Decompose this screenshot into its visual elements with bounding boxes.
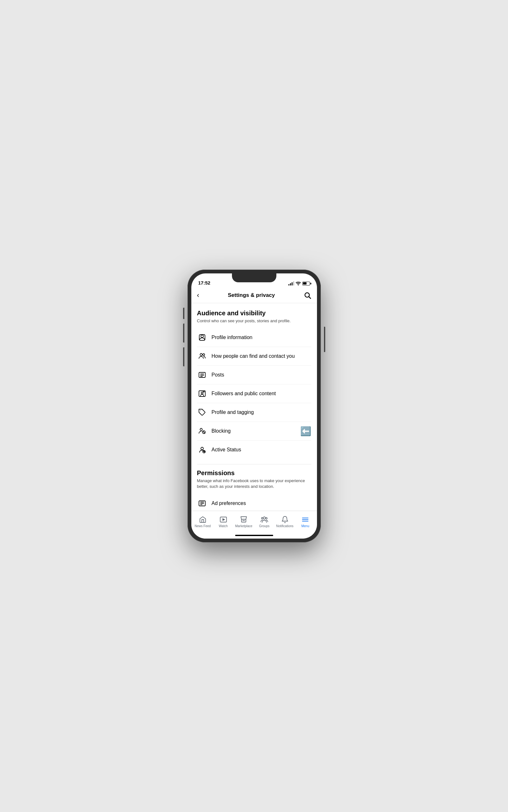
- search-button[interactable]: [304, 291, 311, 299]
- menu-item-how-people-find[interactable]: How people can find and contact you: [197, 347, 311, 366]
- svg-point-3: [201, 335, 203, 337]
- permissions-section-title: Permissions: [197, 469, 311, 477]
- svg-point-6: [203, 354, 205, 356]
- nav-label-marketplace: Marketplace: [235, 524, 252, 528]
- signal-icon: [288, 281, 294, 285]
- nav-label-news-feed: News Feed: [195, 524, 211, 528]
- home-bar: [235, 535, 273, 536]
- permissions-section: Permissions Manage what info Facebook us…: [197, 469, 311, 511]
- nav-item-watch[interactable]: Watch: [213, 515, 234, 528]
- back-arrow-emoji: ⬅️: [300, 426, 311, 437]
- svg-point-19: [201, 447, 203, 450]
- main-content: Audience and visibility Control who can …: [191, 303, 317, 511]
- svg-point-0: [298, 284, 299, 285]
- menu-label-blocking: Blocking: [212, 428, 231, 434]
- menu-item-profile-information[interactable]: Profile information: [197, 328, 311, 347]
- svg-line-2: [309, 297, 311, 299]
- menu-label-profile-information: Profile information: [212, 334, 253, 340]
- page-header: ‹ Settings & privacy: [191, 287, 317, 303]
- status-icons: [288, 281, 310, 285]
- wifi-icon: [296, 282, 301, 285]
- page-title: Settings & privacy: [228, 292, 275, 299]
- menu-item-active-status[interactable]: Active Status: [197, 441, 311, 459]
- phone-device: 17:52 ‹ Settings & privacy: [187, 270, 321, 542]
- power-button: [324, 327, 325, 352]
- menu-item-profile-tagging[interactable]: Profile and tagging: [197, 403, 311, 422]
- nav-item-groups[interactable]: Groups: [254, 515, 275, 528]
- status-time: 17:52: [198, 280, 210, 285]
- nav-label-groups: Groups: [259, 524, 269, 528]
- back-button[interactable]: ‹: [197, 291, 199, 300]
- home-indicator: [191, 532, 317, 539]
- bell-icon: [281, 515, 289, 524]
- menu-label-ad-preferences: Ad preferences: [212, 500, 246, 506]
- store-icon: [240, 515, 248, 524]
- groups-icon: [260, 515, 268, 524]
- followers-icon: [197, 389, 207, 399]
- people-icon: [197, 351, 207, 361]
- menu-item-blocking[interactable]: Blocking ⬅️: [197, 422, 311, 441]
- bottom-navigation: News Feed Watch: [191, 511, 317, 532]
- menu-label-followers: Followers and public content: [212, 391, 276, 397]
- svg-marker-44: [223, 518, 225, 521]
- menu-item-ad-preferences[interactable]: Ad preferences: [197, 494, 311, 511]
- notch: [232, 273, 277, 282]
- posts-icon: [197, 370, 207, 380]
- permissions-section-subtitle: Manage what info Facebook uses to make y…: [197, 478, 311, 489]
- menu-label-how-people-find: How people can find and contact you: [212, 353, 295, 359]
- volume-up-button: [183, 308, 184, 319]
- svg-point-5: [200, 354, 202, 356]
- active-status-icon: [197, 445, 207, 455]
- ad-icon: [197, 498, 207, 508]
- audience-section: Audience and visibility Control who can …: [197, 310, 311, 459]
- nav-label-notifications: Notifications: [276, 524, 293, 528]
- svg-point-46: [263, 517, 265, 519]
- nav-item-menu[interactable]: Menu: [295, 515, 316, 528]
- nav-label-menu: Menu: [301, 524, 309, 528]
- svg-line-18: [203, 431, 205, 433]
- menu-label-profile-tagging: Profile and tagging: [212, 409, 254, 415]
- svg-point-16: [200, 428, 202, 431]
- nav-item-marketplace[interactable]: Marketplace: [234, 515, 254, 528]
- svg-point-47: [261, 517, 263, 519]
- play-icon: [219, 515, 227, 524]
- silent-button: [183, 347, 184, 366]
- menu-item-followers[interactable]: Followers and public content: [197, 385, 311, 403]
- home-icon: [199, 515, 207, 524]
- svg-point-48: [265, 517, 267, 519]
- battery-icon: [302, 282, 310, 285]
- menu-label-active-status: Active Status: [212, 447, 241, 453]
- svg-point-12: [201, 392, 203, 394]
- menu-label-posts: Posts: [212, 372, 224, 378]
- nav-item-notifications[interactable]: Notifications: [274, 515, 295, 528]
- audience-section-title: Audience and visibility: [197, 310, 311, 317]
- audience-section-subtitle: Control who can see your posts, stories …: [197, 318, 311, 324]
- menu-icon: [301, 515, 309, 524]
- phone-screen: 17:52 ‹ Settings & privacy: [191, 273, 317, 539]
- block-icon: [197, 426, 207, 436]
- menu-item-posts[interactable]: Posts: [197, 366, 311, 385]
- tag-icon: [197, 407, 207, 417]
- nav-item-news-feed[interactable]: News Feed: [193, 515, 213, 528]
- section-divider: [197, 464, 311, 464]
- volume-down-button: [183, 323, 184, 343]
- nav-label-watch: Watch: [219, 524, 228, 528]
- person-icon: [197, 332, 207, 343]
